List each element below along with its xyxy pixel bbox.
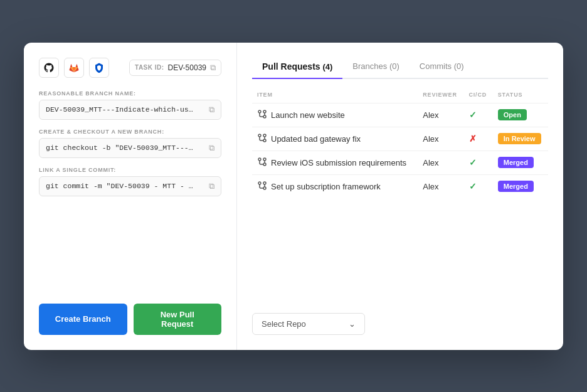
- table-cell-status: Merged: [493, 151, 548, 174]
- gitlab-icon-btn[interactable]: [64, 58, 84, 78]
- checkout-label: CREATE & CHECKOUT A NEW BRANCH:: [39, 129, 221, 135]
- new-pull-request-button[interactable]: New Pull Request: [134, 304, 222, 335]
- svg-point-16: [263, 187, 266, 189]
- tab-pull-requests-count: (4): [322, 62, 332, 72]
- col-cicd: CI/CD: [464, 89, 493, 103]
- commit-copy-icon[interactable]: ⧉: [209, 181, 214, 191]
- status-badge: Open: [498, 109, 527, 120]
- table-cell-cicd: ✓: [464, 151, 493, 174]
- cicd-check-icon: ✓: [469, 110, 477, 120]
- branch-name-section: REASONABLE BRANCH NAME: DEV-50039_MTT---…: [39, 90, 221, 120]
- task-id-label: TASK ID:: [135, 64, 164, 71]
- pull-request-icon: [257, 133, 267, 145]
- svg-point-0: [258, 110, 261, 113]
- select-repo-dropdown[interactable]: Select Repo ⌄: [252, 313, 365, 335]
- pull-request-icon: [257, 109, 267, 121]
- branch-name-copy-icon[interactable]: ⧉: [209, 105, 214, 115]
- left-footer: Create Branch New Pull Request: [39, 304, 221, 335]
- branch-name-label: REASONABLE BRANCH NAME:: [39, 90, 221, 97]
- col-reviewer: REVIEWER: [418, 89, 463, 103]
- task-id-box: TASK ID: DEV-50039 ⧉: [129, 60, 221, 76]
- pull-request-icon: [257, 181, 267, 193]
- table-cell-item-text: Review iOS submission requirements: [271, 158, 406, 167]
- table-cell-cicd: ✗: [464, 127, 493, 151]
- left-panel: TASK ID: DEV-50039 ⧉ REASONABLE BRANCH N…: [24, 43, 237, 350]
- table-cell-item-text: Updated bad gateway fix: [271, 134, 361, 144]
- table-header-row: ITEM REVIEWER CI/CD STATUS: [252, 89, 548, 103]
- svg-point-17: [263, 182, 266, 184]
- tab-commits-label: Commits (0): [420, 61, 464, 71]
- cicd-check-icon: ✓: [469, 181, 477, 191]
- chevron-down-icon: ⌄: [349, 319, 356, 329]
- svg-point-10: [258, 158, 261, 161]
- task-id-value: DEV-50039: [168, 63, 206, 72]
- cicd-cross-icon: ✗: [469, 134, 477, 144]
- checkout-box: git checkout -b "DEV-50039_MTT---Indica.…: [39, 138, 221, 158]
- table-cell-status: Open: [493, 103, 548, 127]
- table-row: Review iOS submission requirementsAlex✓M…: [252, 151, 548, 174]
- pull-requests-table: ITEM REVIEWER CI/CD STATUS Launch new we…: [252, 89, 548, 198]
- table-cell-reviewer: Alex: [418, 174, 463, 198]
- icons-row: TASK ID: DEV-50039 ⧉: [39, 58, 221, 78]
- status-badge: Merged: [498, 157, 534, 168]
- table-cell-reviewer: Alex: [418, 127, 463, 151]
- svg-point-12: [263, 158, 266, 161]
- task-id-copy-icon[interactable]: ⧉: [210, 63, 216, 73]
- svg-point-7: [263, 134, 266, 137]
- tab-pull-requests[interactable]: Pull Requests (4): [252, 58, 342, 79]
- table-cell-item: Updated bad gateway fix: [252, 127, 418, 151]
- right-footer: Select Repo ⌄: [252, 303, 548, 335]
- branch-name-value: DEV-50039_MTT---Indicate-which-users-c..…: [46, 105, 196, 114]
- col-status: STATUS: [493, 89, 548, 103]
- tab-branches-label: Branches (0): [352, 61, 399, 71]
- commit-label: LINK A SINGLE COMMIT:: [39, 167, 221, 173]
- tab-branches[interactable]: Branches (0): [342, 58, 409, 79]
- tab-commits[interactable]: Commits (0): [410, 58, 474, 79]
- table-cell-cicd: ✓: [464, 174, 493, 198]
- commit-section: LINK A SINGLE COMMIT: git commit -m "DEV…: [39, 167, 221, 196]
- table-cell-reviewer: Alex: [418, 103, 463, 127]
- table-cell-cicd: ✓: [464, 103, 493, 127]
- svg-point-6: [263, 139, 266, 142]
- svg-point-5: [258, 134, 261, 137]
- table-cell-status: In Review: [493, 127, 548, 151]
- table-cell-status: Merged: [493, 174, 548, 198]
- github-icon-btn[interactable]: [39, 58, 59, 78]
- table-row: Updated bad gateway fixAlex✗In Review: [252, 127, 548, 151]
- status-badge: Merged: [498, 181, 534, 192]
- create-branch-button[interactable]: Create Branch: [39, 304, 127, 335]
- table-cell-item: Launch new website: [252, 103, 418, 127]
- right-panel: Pull Requests (4) Branches (0) Commits (…: [237, 43, 563, 350]
- svg-point-1: [263, 115, 266, 118]
- commit-box: git commit -m "DEV-50039 - MTT - Indicat…: [39, 176, 221, 196]
- tabs-row: Pull Requests (4) Branches (0) Commits (…: [252, 58, 548, 79]
- cicd-check-icon: ✓: [469, 157, 477, 167]
- table-row: Launch new websiteAlex✓Open: [252, 103, 548, 127]
- table-cell-item-text: Launch new website: [271, 110, 345, 120]
- svg-point-11: [263, 163, 266, 166]
- commit-value: git commit -m "DEV-50039 - MTT - Indicat…: [46, 182, 196, 190]
- table-cell-reviewer: Alex: [418, 151, 463, 174]
- table-row: Set up subscription frameworkAlex✓Merged: [252, 174, 548, 198]
- svg-point-15: [258, 182, 261, 184]
- svg-point-2: [263, 110, 266, 113]
- checkout-section: CREATE & CHECKOUT A NEW BRANCH: git chec…: [39, 129, 221, 158]
- select-repo-label: Select Repo: [262, 319, 306, 329]
- table-cell-item-text: Set up subscription framework: [271, 182, 381, 191]
- modal-dialog: TASK ID: DEV-50039 ⧉ REASONABLE BRANCH N…: [24, 43, 563, 350]
- checkout-value: git checkout -b "DEV-50039_MTT---Indica.…: [46, 144, 196, 152]
- table-cell-item: Set up subscription framework: [252, 174, 418, 198]
- status-badge: In Review: [498, 133, 541, 144]
- col-item: ITEM: [252, 89, 418, 103]
- pull-request-icon: [257, 157, 267, 169]
- table-cell-item: Review iOS submission requirements: [252, 151, 418, 174]
- checkout-copy-icon[interactable]: ⧉: [209, 143, 214, 153]
- tab-pull-requests-label: Pull Requests: [262, 61, 322, 72]
- jira-icon-btn[interactable]: [89, 58, 109, 78]
- branch-name-box: DEV-50039_MTT---Indicate-which-users-c..…: [39, 100, 221, 120]
